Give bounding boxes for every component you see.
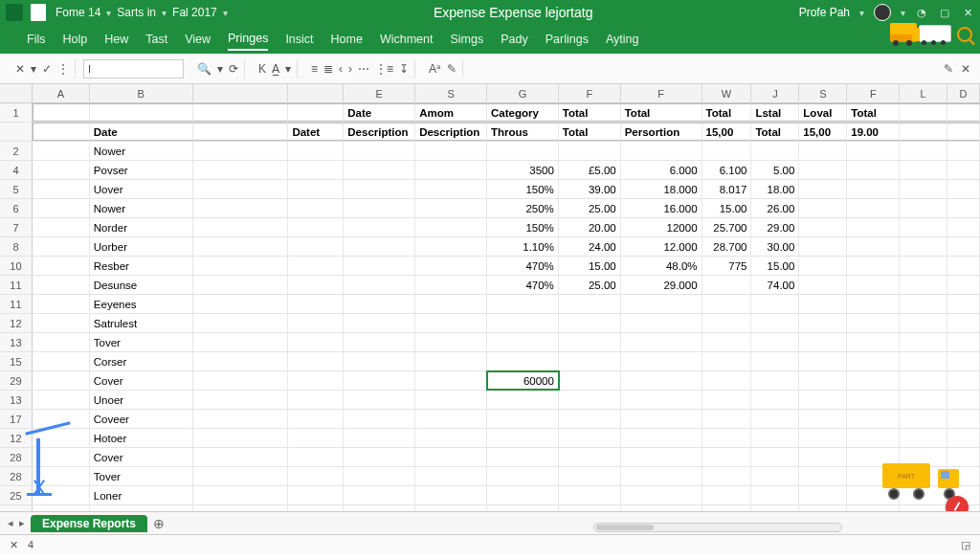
cell[interactable] — [900, 123, 947, 141]
cell[interactable] — [559, 314, 621, 332]
status-corner-icon[interactable]: ◲ — [961, 539, 970, 551]
cell[interactable] — [415, 276, 487, 294]
search-icon[interactable] — [957, 27, 972, 42]
cell[interactable] — [33, 333, 90, 351]
cell[interactable] — [33, 257, 90, 275]
cell[interactable] — [415, 314, 487, 332]
row-header[interactable]: 10 — [0, 257, 33, 275]
cell[interactable] — [947, 371, 980, 390]
col-header[interactable]: F — [621, 84, 702, 102]
cell[interactable] — [947, 180, 980, 198]
restore-window-icon[interactable]: ▢ — [938, 6, 951, 19]
cell[interactable] — [193, 276, 289, 294]
cell[interactable] — [193, 467, 289, 485]
cell[interactable]: 15.00 — [702, 199, 752, 217]
cell[interactable] — [847, 352, 900, 370]
cell[interactable] — [751, 391, 799, 409]
name-box[interactable]: I — [83, 59, 184, 78]
cell[interactable] — [288, 257, 344, 275]
col-header[interactable]: G — [487, 84, 559, 102]
cell[interactable] — [33, 352, 90, 370]
cell[interactable] — [900, 371, 947, 390]
cell[interactable]: 12000 — [621, 218, 702, 236]
cell[interactable]: 775 — [702, 257, 752, 275]
cell[interactable] — [33, 467, 90, 485]
cell[interactable] — [288, 237, 344, 256]
row-header[interactable]: 11 — [0, 276, 33, 294]
cell[interactable] — [900, 333, 947, 351]
cell[interactable] — [947, 391, 980, 409]
bold-icon[interactable]: K — [258, 62, 266, 76]
more-icon[interactable]: ⋮ — [57, 62, 69, 76]
cell[interactable] — [33, 295, 90, 313]
cell[interactable] — [702, 486, 752, 504]
cell[interactable] — [288, 448, 344, 466]
cell[interactable] — [344, 410, 415, 428]
cell[interactable]: Nower — [90, 199, 193, 217]
col-header[interactable] — [288, 84, 344, 102]
cell[interactable] — [415, 429, 487, 447]
cell[interactable] — [702, 448, 752, 466]
cell[interactable] — [33, 429, 90, 447]
close-icon[interactable]: ✕ — [961, 62, 970, 76]
cell[interactable]: 24.00 — [559, 237, 621, 256]
cell[interactable] — [751, 429, 799, 447]
cell[interactable] — [847, 333, 900, 351]
cell[interactable] — [193, 486, 289, 504]
cell[interactable]: 5.00 — [751, 161, 799, 179]
status-close-icon[interactable]: ✕ — [10, 539, 18, 551]
cell[interactable] — [344, 314, 415, 332]
cell[interactable] — [288, 429, 344, 447]
cell[interactable] — [33, 142, 90, 160]
cell[interactable]: Loner — [90, 486, 193, 504]
cell[interactable] — [751, 467, 799, 485]
col-header[interactable]: B — [90, 84, 193, 102]
row-header[interactable]: 12 — [0, 429, 33, 447]
cell[interactable]: Total — [847, 103, 900, 122]
cell[interactable] — [344, 295, 415, 313]
cell[interactable] — [288, 352, 344, 370]
cell[interactable] — [799, 371, 847, 390]
cell[interactable]: Amom — [415, 103, 487, 122]
cell[interactable] — [415, 333, 487, 351]
cell[interactable]: 15,00 — [799, 123, 847, 141]
cell[interactable] — [847, 486, 900, 504]
cell[interactable] — [415, 180, 487, 198]
cell[interactable]: 60000 — [487, 371, 559, 390]
cell[interactable] — [344, 429, 415, 447]
cell[interactable] — [559, 429, 621, 447]
cell[interactable]: Povser — [90, 161, 193, 179]
cell[interactable]: Corser — [90, 352, 193, 370]
cell[interactable] — [193, 448, 289, 466]
cell[interactable] — [415, 218, 487, 236]
cell[interactable] — [799, 161, 847, 179]
row-header[interactable]: 1 — [0, 103, 33, 122]
cell[interactable] — [621, 352, 702, 370]
cell[interactable] — [193, 314, 289, 332]
cell[interactable] — [487, 486, 559, 504]
cell[interactable] — [799, 314, 847, 332]
cell[interactable] — [193, 237, 289, 256]
cell[interactable] — [559, 410, 621, 428]
cell[interactable] — [344, 448, 415, 466]
cell[interactable] — [288, 199, 344, 217]
cell[interactable] — [900, 142, 947, 160]
cell[interactable] — [288, 218, 344, 236]
ribbon-tab[interactable]: Simgs — [451, 29, 484, 50]
cell[interactable] — [33, 314, 90, 332]
cell[interactable] — [702, 410, 752, 428]
cell[interactable] — [288, 142, 344, 160]
cell[interactable]: Lstal — [751, 103, 799, 122]
cell[interactable] — [193, 218, 289, 236]
cell[interactable]: 16.000 — [621, 199, 702, 217]
cell[interactable] — [288, 276, 344, 294]
cell[interactable] — [621, 410, 702, 428]
cell[interactable]: 28.700 — [702, 237, 752, 256]
row-header[interactable]: 13 — [0, 333, 33, 351]
cell[interactable] — [415, 257, 487, 275]
cell[interactable] — [344, 371, 415, 390]
cell[interactable]: Norder — [90, 218, 193, 236]
cell[interactable] — [487, 391, 559, 409]
cell[interactable]: Total — [751, 123, 799, 141]
cell[interactable] — [702, 276, 752, 294]
